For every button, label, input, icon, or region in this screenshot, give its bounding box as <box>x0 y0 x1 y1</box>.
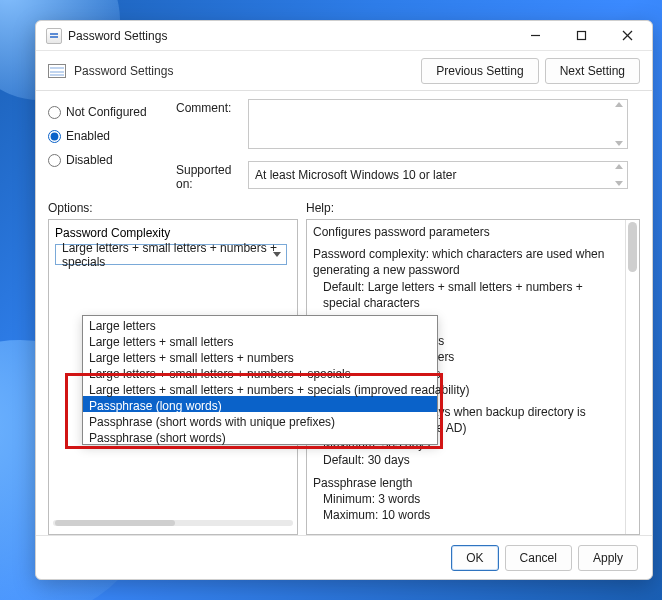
radio-not-configured-input[interactable] <box>48 106 61 119</box>
help-scrollbar[interactable] <box>625 220 639 534</box>
subheader: Password Settings Previous Setting Next … <box>36 51 652 91</box>
svg-rect-1 <box>577 32 585 40</box>
supported-on-value: At least Microsoft Windows 10 or later <box>255 168 456 182</box>
policy-icon <box>48 64 66 78</box>
policy-title: Password Settings <box>74 64 415 78</box>
help-age-def: Default: 30 days <box>313 452 621 468</box>
minimize-button[interactable] <box>512 21 558 51</box>
options-label: Options: <box>48 201 298 215</box>
config-row: Not Configured Enabled Disabled Comment: <box>36 91 652 193</box>
complexity-option[interactable]: Large letters + small letters <box>83 332 437 348</box>
complexity-option[interactable]: Large letters + small letters + numbers <box>83 348 437 364</box>
help-pp-max: Maximum: 10 words <box>313 507 621 523</box>
complexity-option[interactable]: Passphrase (short words with unique pref… <box>83 412 437 428</box>
radio-disabled-input[interactable] <box>48 154 61 167</box>
next-setting-button[interactable]: Next Setting <box>545 58 640 84</box>
complexity-dropdown[interactable]: Large lettersLarge letters + small lette… <box>82 315 438 445</box>
help-pp-title: Passphrase length <box>313 475 621 491</box>
footer: OK Cancel Apply <box>36 535 652 579</box>
help-pp-min: Minimum: 3 words <box>313 491 621 507</box>
maximize-button[interactable] <box>558 21 604 51</box>
help-complexity-default: Default: Large letters + small letters +… <box>313 279 621 311</box>
complexity-option[interactable]: Large letters <box>83 316 437 332</box>
previous-setting-button[interactable]: Previous Setting <box>421 58 538 84</box>
supported-on-label: Supported on: <box>176 153 246 193</box>
radio-disabled-label: Disabled <box>66 153 113 167</box>
comment-label: Comment: <box>176 91 246 153</box>
password-settings-window: Password Settings Password Settings Prev… <box>35 20 653 580</box>
cancel-button[interactable]: Cancel <box>505 545 572 571</box>
help-complexity-desc: Password complexity: which characters ar… <box>313 246 621 278</box>
ok-button[interactable]: OK <box>451 545 498 571</box>
radio-not-configured-label: Not Configured <box>66 105 147 119</box>
horiz-scrollbar[interactable] <box>53 520 293 530</box>
complexity-option[interactable]: Passphrase (short words) <box>83 428 437 444</box>
state-radio-group: Not Configured Enabled Disabled <box>36 91 176 193</box>
chevron-down-icon <box>273 252 281 257</box>
complexity-option[interactable]: Large letters + small letters + numbers … <box>83 380 437 396</box>
supported-on-field: At least Microsoft Windows 10 or later <box>248 161 628 189</box>
titlebar: Password Settings <box>36 21 652 51</box>
radio-disabled[interactable]: Disabled <box>48 149 176 171</box>
comment-textarea[interactable] <box>248 99 628 149</box>
password-complexity-label: Password Complexity <box>55 226 291 240</box>
radio-enabled[interactable]: Enabled <box>48 125 176 147</box>
complexity-option[interactable]: Passphrase (long words) <box>83 396 437 412</box>
help-line-title: Configures password parameters <box>313 224 621 240</box>
radio-enabled-label: Enabled <box>66 129 110 143</box>
window-title: Password Settings <box>68 29 512 43</box>
close-button[interactable] <box>604 21 650 51</box>
password-complexity-value: Large letters + small letters + numbers … <box>62 241 280 269</box>
help-label: Help: <box>306 201 640 215</box>
apply-button[interactable]: Apply <box>578 545 638 571</box>
complexity-option[interactable]: Large letters + small letters + numbers … <box>83 364 437 380</box>
app-icon <box>46 28 62 44</box>
password-complexity-select[interactable]: Large letters + small letters + numbers … <box>55 244 287 265</box>
radio-not-configured[interactable]: Not Configured <box>48 101 176 123</box>
radio-enabled-input[interactable] <box>48 130 61 143</box>
